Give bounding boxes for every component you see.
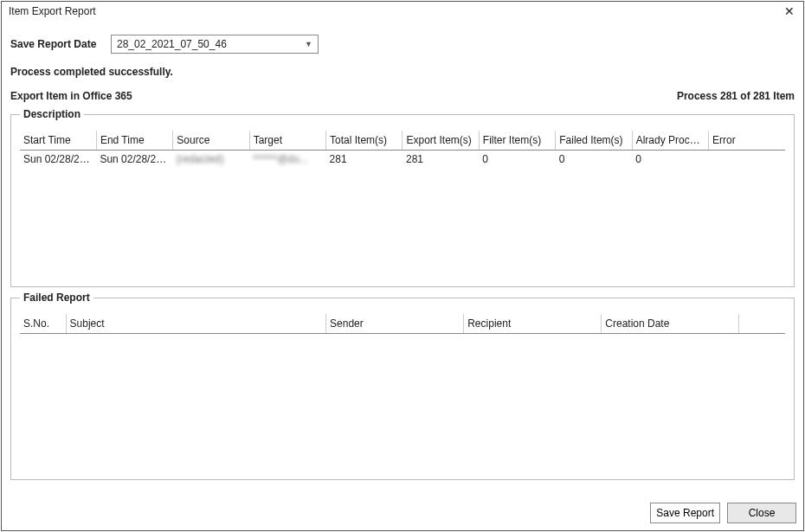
- col-sno[interactable]: S.No.: [20, 314, 66, 334]
- col-subject[interactable]: Subject: [66, 314, 326, 334]
- col-failed[interactable]: Failed Item(s): [556, 131, 632, 151]
- close-icon[interactable]: ✕: [781, 3, 798, 19]
- progress-text: Process 281 of 281 Item: [677, 90, 795, 102]
- failed-title: Failed Report: [20, 292, 93, 304]
- dialog-window: Item Export Report ✕ Save Report Date 28…: [1, 1, 804, 531]
- footer: Save Report Close: [2, 496, 803, 530]
- window-title: Item Export Report: [9, 5, 96, 17]
- col-error[interactable]: Error: [709, 131, 785, 151]
- chevron-down-icon: ▼: [305, 40, 312, 48]
- content-area: Save Report Date 28_02_2021_07_50_46 ▼ P…: [2, 21, 803, 496]
- col-start[interactable]: Start Time: [20, 131, 96, 151]
- col-filter[interactable]: Filter Item(s): [479, 131, 555, 151]
- cell-filter: 0: [479, 151, 555, 169]
- failed-group: Failed Report S.No. Subject Sender Recip…: [10, 298, 795, 480]
- description-table: Start Time End Time Source Target Total …: [20, 131, 785, 168]
- save-date-row: Save Report Date 28_02_2021_07_50_46 ▼: [10, 35, 795, 54]
- description-title: Description: [20, 108, 84, 120]
- col-sender[interactable]: Sender: [326, 314, 464, 334]
- cell-source: (redacted): [173, 151, 249, 169]
- col-creation[interactable]: Creation Date: [602, 314, 739, 334]
- col-recipient[interactable]: Recipient: [464, 314, 602, 334]
- titlebar: Item Export Report ✕: [2, 2, 803, 21]
- cell-error: [709, 151, 785, 169]
- export-label: Export Item in Office 365: [10, 90, 132, 102]
- export-progress-row: Export Item in Office 365 Process 281 of…: [10, 90, 795, 102]
- save-date-value: 28_02_2021_07_50_46: [117, 38, 227, 50]
- cell-already: 0: [632, 151, 708, 169]
- save-date-dropdown[interactable]: 28_02_2021_07_50_46 ▼: [111, 35, 319, 54]
- cell-failed: 0: [556, 151, 632, 169]
- col-end[interactable]: End Time: [96, 131, 172, 151]
- cell-end: Sun 02/28/20...: [96, 151, 172, 169]
- col-export[interactable]: Export Item(s): [402, 131, 479, 151]
- failed-table: S.No. Subject Sender Recipient Creation …: [20, 314, 785, 334]
- col-total[interactable]: Total Item(s): [326, 131, 402, 151]
- save-date-label: Save Report Date: [10, 38, 111, 50]
- description-group: Description Start Time End Time Source T…: [10, 114, 795, 287]
- cell-total: 281: [326, 151, 402, 169]
- save-report-button[interactable]: Save Report: [650, 503, 720, 523]
- col-target[interactable]: Target: [249, 131, 325, 151]
- table-row[interactable]: Sun 02/28/202... Sun 02/28/20... (redact…: [20, 151, 785, 169]
- col-already[interactable]: Alrady Proces...: [632, 131, 708, 151]
- status-text: Process completed successfully.: [10, 66, 795, 78]
- cell-start: Sun 02/28/202...: [20, 151, 96, 169]
- cell-export: 281: [402, 151, 479, 169]
- col-blank[interactable]: [739, 314, 785, 334]
- close-button[interactable]: Close: [727, 503, 796, 523]
- col-source[interactable]: Source: [173, 131, 249, 151]
- cell-target: ******@do...: [249, 151, 325, 169]
